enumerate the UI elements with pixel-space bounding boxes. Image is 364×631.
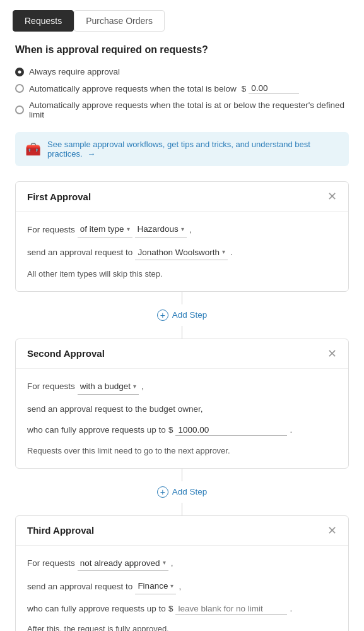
plus-circle-icon-2: + [157,486,168,498]
radio-limit[interactable]: Automatically approve requests when the … [15,100,349,119]
third-for-requests-label: For requests [27,556,75,570]
third-whocan-currency: $ [168,602,173,616]
third-approval-close[interactable]: ✕ [327,525,337,536]
second-sendto-prefix: send an approval request to the budget o… [27,402,203,416]
third-condition-row: For requests not already approved ▾ , [27,556,337,572]
second-approval-title: Second Approval [27,348,105,359]
second-condition-chevron-icon: ▾ [133,382,136,392]
third-comma2: , [179,580,181,594]
first-condition-row: For requests of item type ▾ Hazardous ▾ … [27,222,337,237]
info-banner-icon: 🧰 [25,141,41,157]
second-whocan-period: . [290,423,292,437]
first-condition-type-value: of item type [80,222,124,236]
plus-circle-icon-1: + [157,309,168,321]
tabs-container: Requests Purchase Orders [0,0,364,32]
connector-line-2 [182,469,182,481]
dollar-prefix: $ [242,84,247,93]
add-step-button-2[interactable]: + Add Step [151,484,214,500]
below-amount-input[interactable] [249,83,299,94]
connector-2: + Add Step [15,469,349,515]
add-step-button-1[interactable]: + Add Step [151,307,214,323]
third-whocan-prefix: who can fully approve requests up to [27,602,166,616]
third-approval-title: Third Approval [27,525,94,536]
second-condition-type-value: with a budget [80,380,131,394]
third-sendto-prefix: send an approval request to [27,580,132,594]
second-approval-close[interactable]: ✕ [327,348,337,359]
connector-line-2b [182,503,182,515]
step-card-second: Second Approval ✕ For requests with a bu… [15,339,349,469]
third-sendto-chevron-icon: ▾ [170,581,173,591]
third-sendto-row: send an approval request to Finance ▾ , [27,579,337,594]
third-sendto-select[interactable]: Finance ▾ [135,579,176,594]
first-period: . [230,246,233,260]
connector-line-1 [182,292,182,304]
third-whocan-row: who can fully approve requests up to $ . [27,602,337,616]
connector-1: + Add Step [15,292,349,339]
second-condition-row: For requests with a budget ▾ , [27,379,337,395]
first-condition-type-select[interactable]: of item type ▾ [78,222,132,237]
second-condition-type-select[interactable]: with a budget ▾ [78,379,139,395]
second-sendto-row: send an approval request to the budget o… [27,402,337,416]
first-skip-note: All other item types will skip this step… [27,268,337,281]
radio-below-label: Automatically approve requests when the … [29,84,237,93]
info-banner-text[interactable]: See sample approval workflows, get tips … [47,140,339,159]
first-approval-close[interactable]: ✕ [327,191,337,202]
step-card-third: Third Approval ✕ For requests not alread… [15,515,349,631]
second-whocan-prefix: who can fully approve requests up to [27,423,166,437]
first-for-requests-label: For requests [27,223,75,237]
first-approval-title: First Approval [27,191,91,202]
radio-below-input-group: $ [242,83,300,94]
first-sendto-row: send an approval request to Jonathon Woo… [27,245,337,261]
step-card-first-header: First Approval ✕ [16,182,348,212]
second-whocan-currency: $ [168,423,173,437]
first-condition-chevron-icon: ▾ [127,224,130,234]
tab-purchase-orders[interactable]: Purchase Orders [74,10,165,32]
first-comma: , [189,223,192,237]
step-card-second-body: For requests with a budget ▾ , send an a… [16,369,348,468]
step-card-third-header: Third Approval ✕ [16,516,348,546]
first-sendto-select[interactable]: Jonathon Woolsworth ▾ [135,245,228,261]
radio-always[interactable]: Always require approval [15,67,349,76]
info-banner-arrow: → [87,149,95,159]
add-step-label-2: Add Step [172,487,208,496]
step-card-second-header: Second Approval ✕ [16,339,348,369]
third-condition-type-select[interactable]: not already approved ▾ [78,556,168,572]
second-whocan-row: who can fully approve requests up to $ . [27,423,337,437]
second-for-requests-label: For requests [27,380,75,394]
radio-always-circle [15,68,24,76]
third-extra-note: After this, the request is fully approve… [27,623,337,631]
third-condition-chevron-icon: ▾ [163,558,166,568]
step-card-third-body: For requests not already approved ▾ , se… [16,546,348,631]
radio-always-label: Always require approval [29,67,120,76]
add-step-label-1: Add Step [172,310,208,320]
radio-below[interactable]: Automatically approve requests when the … [15,83,349,94]
first-sendto-value: Jonathon Woolsworth [138,246,220,260]
step-card-first-body: For requests of item type ▾ Hazardous ▾ … [16,212,348,291]
page-title: When is approval required on requests? [15,44,349,56]
connector-line-1b [182,326,182,339]
second-whocan-input[interactable] [175,424,287,436]
second-extra-note: Requests over this limit need to go to t… [27,445,337,458]
info-banner: 🧰 See sample approval workflows, get tip… [15,132,349,166]
first-condition-value-chevron-icon: ▾ [181,224,184,234]
main-content: When is approval required on requests? A… [0,32,364,631]
third-whocan-input[interactable] [175,603,287,615]
tab-requests[interactable]: Requests [13,10,74,32]
second-comma: , [141,380,144,394]
third-comma: , [171,556,173,570]
first-condition-value-text: Hazardous [138,222,179,236]
approval-radio-group: Always require approval Automatically ap… [15,67,349,119]
first-condition-value-select[interactable]: Hazardous ▾ [135,222,187,237]
radio-limit-circle [15,105,24,114]
third-sendto-value: Finance [138,579,168,593]
radio-below-circle [15,84,24,93]
third-whocan-period: . [290,602,292,616]
radio-limit-label: Automatically approve requests when the … [29,100,349,119]
first-sendto-chevron-icon: ▾ [222,247,225,257]
step-card-first: First Approval ✕ For requests of item ty… [15,181,349,292]
third-condition-type-value: not already approved [80,556,160,570]
first-sendto-prefix: send an approval request to [27,246,132,260]
